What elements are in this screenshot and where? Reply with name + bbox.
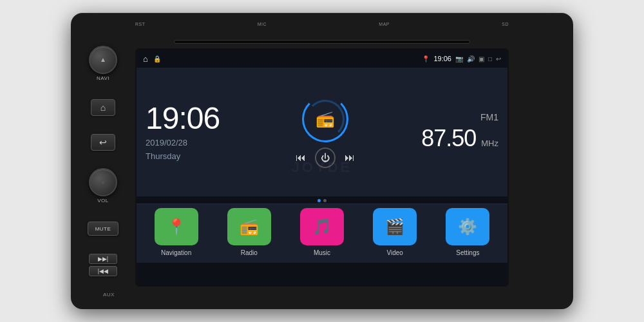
fm-band: FM1	[480, 112, 498, 122]
main-screen: JOYDE ⌂ 🔒 📍 19:06 📷 🔊 ▣ □ ↩ 19:06 2019	[135, 48, 509, 287]
navi-knob[interactable]: ▲	[89, 46, 117, 74]
dot-2	[323, 199, 327, 202]
page-indicator	[137, 196, 507, 204]
camera-icon: 📷	[455, 55, 463, 62]
status-left: ⌂ 🔒	[143, 54, 161, 64]
navigation-icon: 📍	[155, 208, 198, 245]
fm-frequency-row: 87.50 MHz	[421, 125, 498, 152]
sd-label: SD	[502, 22, 509, 26]
status-bar: ⌂ 🔒 📍 19:06 📷 🔊 ▣ □ ↩	[137, 50, 507, 68]
volume-icon: 🔊	[467, 55, 475, 62]
app-grid: 📍 Navigation 📻 Radio 🎵 Music 🎬	[137, 204, 507, 263]
radio-section: 📻 ⏮ ⏻ ⏭	[249, 74, 402, 190]
app-settings[interactable]: ⚙️ Settings	[433, 208, 502, 256]
home-button[interactable]: ⌂	[91, 99, 115, 116]
dot-1	[317, 199, 321, 202]
fm-section: FM1 87.50 MHz	[408, 74, 498, 190]
mute-button[interactable]: MUTE	[88, 222, 118, 236]
skip-forward-button[interactable]: ▶▶|	[89, 254, 117, 264]
prev-track-button[interactable]: ⏮	[296, 152, 306, 164]
music-label: Music	[314, 249, 330, 256]
skip-buttons: ▶▶| |◀◀	[89, 254, 117, 276]
signal-icon: ▣	[478, 55, 484, 62]
location-icon: 📍	[422, 55, 430, 62]
radio-ring-fill	[306, 100, 345, 138]
car-stereo-unit: RST MIC MAP SD ▲ NAVI ⌂ ↩ ● VOL MUTE	[71, 13, 573, 309]
skip-forward-icon: ▶▶|	[98, 256, 108, 262]
app-video[interactable]: 🎬 Video	[361, 208, 430, 256]
fm-frequency: 87.50	[421, 125, 476, 152]
left-panel: ▲ NAVI ⌂ ↩ ● VOL MUTE ▶▶| |◀◀	[77, 39, 129, 283]
status-time: 19:06	[433, 55, 451, 62]
skip-back-button[interactable]: |◀◀	[89, 266, 117, 276]
navi-knob-group: ▲ NAVI	[89, 46, 117, 81]
app-navigation[interactable]: 📍 Navigation	[142, 208, 211, 256]
back-status-icon[interactable]: ↩	[496, 55, 501, 62]
status-right: 📍 19:06 📷 🔊 ▣ □ ↩	[422, 55, 501, 62]
square-icon: □	[488, 55, 492, 62]
navigation-label: Navigation	[161, 249, 191, 256]
vol-knob-group: ● VOL	[89, 168, 117, 204]
mic-label: MIC	[258, 22, 267, 26]
settings-icon: ⚙️	[446, 208, 489, 245]
lock-status-icon: 🔒	[153, 55, 161, 62]
back-icon: ↩	[99, 137, 107, 147]
cd-slot	[174, 40, 470, 44]
clock-day: Thursday	[146, 151, 242, 161]
clock-section: 19:06 2019/02/28 Thursday	[146, 74, 242, 190]
mute-label: MUTE	[95, 226, 111, 232]
navi-label: NAVI	[97, 75, 109, 81]
aux-label: AUX	[103, 292, 115, 298]
map-label: MAP	[379, 22, 390, 26]
app-radio[interactable]: 📻 Radio	[214, 208, 283, 256]
clock-date: 2019/02/28	[146, 138, 242, 147]
next-track-button[interactable]: ⏭	[345, 152, 355, 164]
app-music[interactable]: 🎵 Music	[287, 208, 356, 256]
clock-time: 19:06	[146, 103, 242, 134]
main-display: 19:06 2019/02/28 Thursday 📻 ⏮ ⏻ ⏭	[137, 68, 507, 196]
vol-knob[interactable]: ●	[89, 168, 117, 196]
radio-label: Radio	[241, 249, 258, 256]
power-icon: ⏻	[321, 153, 330, 163]
top-labels: RST MIC MAP SD	[135, 22, 509, 26]
vol-label: VOL	[97, 198, 109, 204]
radio-app-icon: 📻	[227, 208, 271, 245]
radio-controls: ⏮ ⏻ ⏭	[296, 147, 355, 168]
rst-label: RST	[135, 22, 146, 26]
home-status-icon[interactable]: ⌂	[143, 54, 148, 64]
music-icon: 🎵	[300, 208, 344, 245]
home-icon: ⌂	[100, 102, 106, 113]
video-icon: 🎬	[373, 208, 417, 245]
video-label: Video	[387, 249, 403, 256]
settings-label: Settings	[456, 249, 479, 256]
fm-unit: MHz	[481, 138, 498, 148]
power-button[interactable]: ⏻	[315, 147, 336, 168]
radio-progress-ring: 📻	[302, 96, 348, 142]
skip-back-icon: |◀◀	[98, 268, 108, 274]
back-button[interactable]: ↩	[91, 134, 115, 151]
